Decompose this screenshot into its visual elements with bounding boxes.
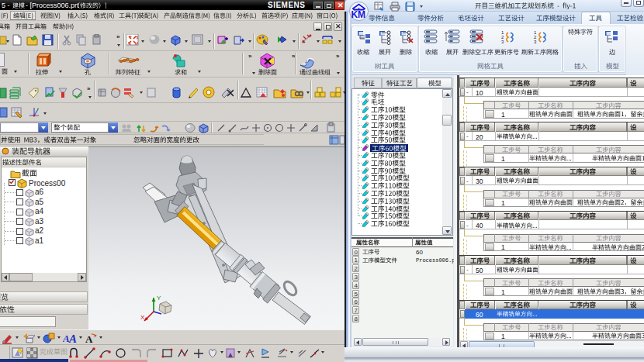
svg-text:3: 3 xyxy=(501,40,504,44)
svg-text:A: A xyxy=(85,333,93,344)
svg-text:Y: Y xyxy=(157,295,161,302)
svg-text:3: 3 xyxy=(534,40,537,44)
svg-text:M: M xyxy=(358,9,365,20)
svg-text:X: X xyxy=(140,314,145,321)
svg-text:A: A xyxy=(68,333,77,344)
